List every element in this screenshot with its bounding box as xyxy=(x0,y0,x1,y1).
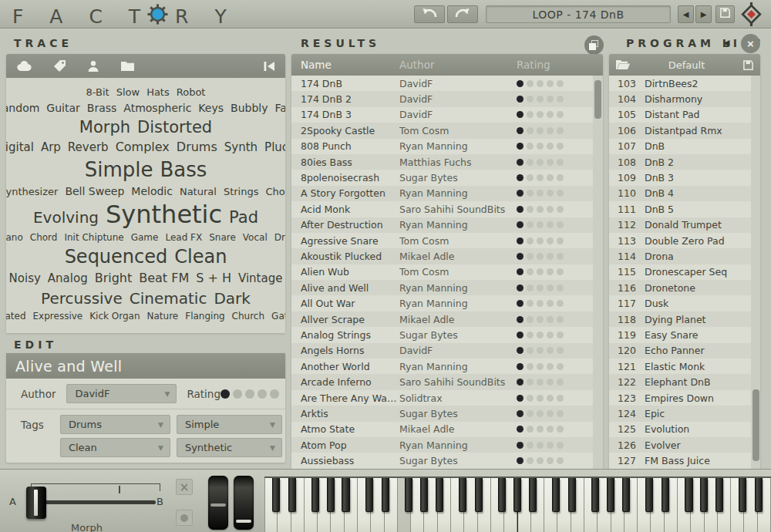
program-list-item[interactable]: 110DnB 4 xyxy=(609,186,760,201)
tag-analog[interactable]: Analog xyxy=(48,273,88,285)
pitch-wheel[interactable] xyxy=(208,476,228,530)
result-row[interactable]: Atom PopRyan Manning xyxy=(291,437,603,453)
save-bank-icon[interactable] xyxy=(742,59,754,71)
rating-dot[interactable] xyxy=(547,426,554,433)
black-key[interactable] xyxy=(662,478,670,512)
morph-slider-handle[interactable] xyxy=(26,487,46,519)
rating-dot[interactable] xyxy=(547,127,554,134)
tag-hats[interactable]: Hats xyxy=(146,87,170,97)
rating-dot[interactable] xyxy=(517,253,524,260)
rating-dot[interactable] xyxy=(537,347,544,354)
rating-dot[interactable] xyxy=(517,363,524,370)
black-key[interactable] xyxy=(272,478,281,512)
rating-dot[interactable] xyxy=(517,237,524,244)
result-row[interactable]: Are There Any WavesSolidtrax xyxy=(291,390,603,406)
rating-dot[interactable] xyxy=(557,80,564,87)
tag-slow[interactable]: Slow xyxy=(116,87,140,97)
rating-dot[interactable] xyxy=(517,332,524,338)
black-key[interactable] xyxy=(327,478,335,512)
rating-dot[interactable] xyxy=(557,159,564,166)
program-list-item[interactable]: 104Disharmony xyxy=(609,91,760,106)
black-key[interactable] xyxy=(622,478,631,512)
rating-dot[interactable] xyxy=(537,457,544,464)
tag-percussive[interactable]: Percussive xyxy=(41,291,123,306)
author-dropdown[interactable]: DavidF ▼ xyxy=(66,384,177,403)
rating-dot[interactable] xyxy=(557,332,564,338)
rating-dot[interactable] xyxy=(537,253,544,260)
rating-dot[interactable] xyxy=(557,363,564,370)
rating-dot[interactable] xyxy=(221,389,230,399)
rating-dot[interactable] xyxy=(547,285,554,291)
next-preset-button[interactable]: ▶ xyxy=(695,5,712,23)
rating-dot[interactable] xyxy=(557,316,564,323)
result-row[interactable]: Akoustik PluckedMikael Adle xyxy=(291,248,603,264)
rating-dot[interactable] xyxy=(547,363,554,370)
rating-dot[interactable] xyxy=(557,111,564,118)
rating-dot[interactable] xyxy=(527,379,534,386)
tag-icon[interactable] xyxy=(53,59,66,72)
black-key[interactable] xyxy=(755,478,763,512)
program-list-item[interactable]: 103DirtnBees2 xyxy=(609,76,760,91)
tag-expressive[interactable]: Expressive xyxy=(33,311,83,321)
result-row[interactable]: Alien WubTom Cosm xyxy=(291,264,603,280)
tag-distorted[interactable]: Distorted xyxy=(137,120,212,136)
tag-cloud-icon[interactable] xyxy=(15,60,32,72)
rating-dot[interactable] xyxy=(537,206,544,213)
rating-dot[interactable] xyxy=(517,410,524,417)
rating-dot[interactable] xyxy=(527,442,534,449)
black-key[interactable] xyxy=(498,478,507,512)
tag-synthetic[interactable]: Synthetic xyxy=(106,202,222,227)
prev-preset-button[interactable]: ◀ xyxy=(678,5,694,23)
column-header-rating[interactable]: Rating xyxy=(507,59,550,71)
program-list-item[interactable]: 122Elephant DnB xyxy=(609,374,760,389)
rating-dot[interactable] xyxy=(547,379,554,386)
program-list-item[interactable]: 106Distantpad Rmx xyxy=(609,123,760,138)
tag-guitar[interactable]: Guitar xyxy=(46,103,79,113)
black-key[interactable] xyxy=(700,478,709,512)
rating-dot[interactable] xyxy=(527,96,534,103)
tag-keys[interactable]: Keys xyxy=(198,103,224,113)
tag-gated[interactable]: Gated xyxy=(6,311,26,321)
rating-dot[interactable] xyxy=(547,442,554,449)
tag-atmospheric[interactable]: Atmospheric xyxy=(123,103,191,113)
record-button[interactable] xyxy=(176,510,193,526)
rating-dot[interactable] xyxy=(547,143,554,150)
tag-bass[interactable]: Bass xyxy=(160,160,207,180)
tag-clean[interactable]: Clean xyxy=(174,247,227,266)
tag-random[interactable]: Random xyxy=(6,103,39,113)
tag-evolving[interactable]: Evolving xyxy=(33,210,99,225)
rating-dot[interactable] xyxy=(527,332,534,338)
rating-dot[interactable] xyxy=(547,457,554,464)
rating-dot[interactable] xyxy=(557,379,564,386)
result-row[interactable]: 8polenoisecrashSugar Bytes xyxy=(291,170,603,185)
black-key[interactable] xyxy=(591,478,600,512)
black-key[interactable] xyxy=(552,478,561,512)
rating-dot[interactable] xyxy=(517,221,524,228)
keyboard-clear-button[interactable]: × xyxy=(176,479,193,495)
black-key[interactable] xyxy=(475,478,483,512)
tag-dropdown-1[interactable]: Drums ▼ xyxy=(60,415,170,434)
tag-gate[interactable]: Gate xyxy=(271,311,285,321)
rating-dot[interactable] xyxy=(527,190,534,197)
rating-dot[interactable] xyxy=(557,206,564,213)
rating-dot[interactable] xyxy=(527,80,534,87)
tag-vintage[interactable]: Vintage xyxy=(238,273,282,285)
rating-dot[interactable] xyxy=(527,253,534,260)
program-list-item[interactable]: 123Empires Down xyxy=(609,390,760,406)
rating-dot[interactable] xyxy=(517,174,524,181)
rating-dot[interactable] xyxy=(527,143,534,150)
black-key[interactable] xyxy=(342,478,350,512)
result-row[interactable]: 174 DnB 2DavidF xyxy=(291,91,603,106)
tag-snare[interactable]: Snare xyxy=(209,233,236,242)
rating-dot[interactable] xyxy=(547,332,554,338)
tag-arp[interactable]: Arp xyxy=(41,142,61,153)
program-list-collapse-icon[interactable]: ◀ xyxy=(723,38,729,48)
tag-bubbly[interactable]: Bubbly xyxy=(231,103,268,113)
rating-dot[interactable] xyxy=(547,395,554,402)
rating-dot[interactable] xyxy=(517,206,524,213)
tag-dark[interactable]: Dark xyxy=(214,291,250,306)
preset-display[interactable]: LOOP - 174 DnB xyxy=(486,5,671,23)
program-list-item[interactable]: 116Dronetone xyxy=(609,280,760,295)
rating-dot[interactable] xyxy=(537,268,544,275)
program-list-item[interactable]: 111DnB 5 xyxy=(609,201,760,217)
